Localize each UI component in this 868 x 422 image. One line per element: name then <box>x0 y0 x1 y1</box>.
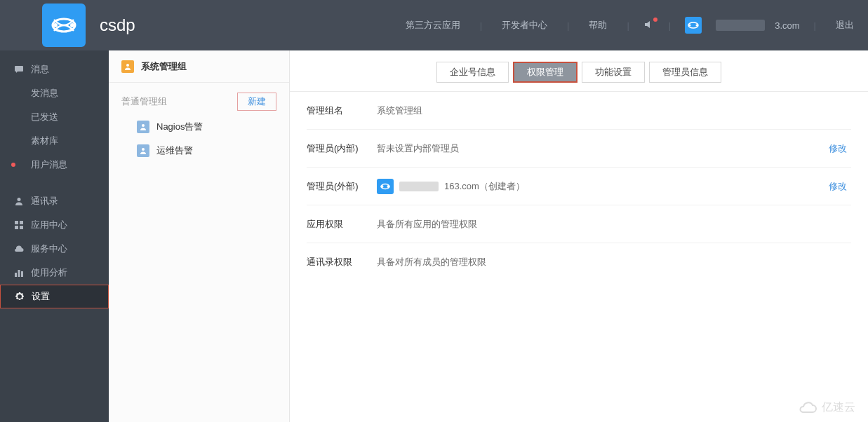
row-group-name: 管理组名 系统管理组 <box>307 92 851 130</box>
nav-dev-center[interactable]: 开发者中心 <box>496 19 553 32</box>
svg-point-2 <box>70 23 74 27</box>
sidebar-item-analytics[interactable]: 使用分析 <box>0 261 109 285</box>
sidebar-item-media[interactable]: 素材库 <box>0 129 109 153</box>
field-label: 管理组名 <box>307 104 377 117</box>
normal-group-label: 普通管理组 <box>121 95 167 108</box>
new-group-button[interactable]: 新建 <box>237 93 276 111</box>
row-admin-external: 管理员(外部) 163.com（创建者） 修改 <box>307 168 851 205</box>
main-panel: 企业号信息 权限管理 功能设置 管理员信息 管理组名 系统管理组 管理员(内部)… <box>290 50 868 422</box>
svg-rect-6 <box>15 66 23 72</box>
sidebar-label: 通讯录 <box>31 195 58 207</box>
svg-point-20 <box>387 185 389 187</box>
volume-icon[interactable] <box>643 19 655 32</box>
sidebar-label: 消息 <box>31 63 49 76</box>
watermark: 亿速云 <box>798 400 855 415</box>
external-admin-avatar <box>377 179 394 194</box>
app-header: csdp 第三方云应用 | 开发者中心 | 帮助 | | 3.com | 退出 <box>0 0 868 50</box>
sidebar-item-contacts[interactable]: 通讯录 <box>0 189 109 213</box>
sidebar: 消息 发消息 已发送 素材库 用户消息 通讯录 应用中心 服务中心 使用分析 设… <box>0 50 109 422</box>
svg-point-1 <box>53 23 58 27</box>
modify-link[interactable]: 修改 <box>829 180 851 193</box>
group-item-ops[interactable]: 运维告警 <box>109 139 289 163</box>
user-avatar[interactable] <box>685 17 702 34</box>
row-app-permission: 应用权限 具备所有应用的管理权限 <box>307 205 851 243</box>
group-column: 系统管理组 普通管理组 新建 Nagios告警 运维告警 <box>109 50 290 422</box>
group-item-label: 运维告警 <box>156 144 193 157</box>
svg-point-5 <box>696 25 698 27</box>
field-label: 通讯录权限 <box>307 256 377 268</box>
row-admin-internal: 管理员(内部) 暂未设置内部管理员 修改 <box>307 130 851 168</box>
grid-icon <box>14 220 24 230</box>
svg-rect-9 <box>20 221 23 224</box>
svg-rect-12 <box>15 273 17 277</box>
app-logo <box>42 4 86 47</box>
sidebar-item-sent[interactable]: 已发送 <box>0 105 109 129</box>
field-value: 系统管理组 <box>377 104 851 117</box>
svg-rect-8 <box>15 221 18 224</box>
tab-feature-settings[interactable]: 功能设置 <box>582 62 645 83</box>
group-icon <box>137 121 149 133</box>
person-icon <box>14 196 24 206</box>
tab-admin-info[interactable]: 管理员信息 <box>649 62 721 83</box>
svg-rect-14 <box>21 271 23 277</box>
sidebar-item-service-center[interactable]: 服务中心 <box>0 237 109 261</box>
svg-point-19 <box>381 185 383 187</box>
sidebar-label: 设置 <box>32 290 50 303</box>
field-value: 具备所有应用的管理权限 <box>377 218 851 231</box>
sidebar-label: 素材库 <box>31 135 58 147</box>
svg-point-16 <box>142 124 145 127</box>
user-email-suffix: 3.com <box>775 20 799 31</box>
group-icon <box>137 144 149 157</box>
sidebar-label: 发消息 <box>31 87 58 100</box>
sidebar-label: 用户消息 <box>31 158 67 171</box>
cloud-icon <box>14 244 24 254</box>
svg-point-15 <box>126 64 129 67</box>
sidebar-label: 已发送 <box>31 111 58 123</box>
row-contact-permission: 通讯录权限 具备对所有成员的管理权限 <box>307 243 851 281</box>
external-admin-suffix: 163.com（创建者） <box>444 180 525 193</box>
field-value: 暂未设置内部管理员 <box>377 142 829 155</box>
sidebar-label: 应用中心 <box>31 219 67 231</box>
app-title: csdp <box>100 15 135 35</box>
sidebar-item-send[interactable]: 发消息 <box>0 81 109 105</box>
field-label: 管理员(外部) <box>307 180 377 193</box>
nav-third-party[interactable]: 第三方云应用 <box>400 19 466 32</box>
svg-point-7 <box>18 198 21 201</box>
svg-point-17 <box>142 148 145 151</box>
nav-help[interactable]: 帮助 <box>583 19 613 32</box>
normal-group-section: 普通管理组 新建 <box>109 83 289 115</box>
field-value: 163.com（创建者） <box>377 179 829 194</box>
sidebar-item-user-messages[interactable]: 用户消息 <box>0 153 109 177</box>
tab-permission-mgmt[interactable]: 权限管理 <box>513 62 577 83</box>
watermark-text: 亿速云 <box>822 400 855 415</box>
svg-point-4 <box>689 25 691 27</box>
chat-icon <box>14 64 24 74</box>
svg-rect-10 <box>15 226 18 229</box>
notification-dot <box>653 18 657 22</box>
svg-rect-11 <box>20 226 23 229</box>
external-admin-masked <box>399 182 439 191</box>
sidebar-item-settings[interactable]: 设置 <box>0 285 109 308</box>
system-group-title: 系统管理组 <box>141 60 187 73</box>
group-icon <box>121 60 134 73</box>
sidebar-item-app-center[interactable]: 应用中心 <box>0 213 109 237</box>
group-item-nagios[interactable]: Nagios告警 <box>109 115 289 139</box>
sidebar-label: 使用分析 <box>31 266 67 279</box>
field-label: 应用权限 <box>307 218 377 231</box>
header-nav: 第三方云应用 | 开发者中心 | 帮助 | | 3.com | 退出 <box>400 0 868 50</box>
gear-icon <box>15 292 25 301</box>
field-value: 具备对所有成员的管理权限 <box>377 256 851 268</box>
group-item-label: Nagios告警 <box>156 121 203 133</box>
sidebar-label: 服务中心 <box>31 243 67 255</box>
tab-bar: 企业号信息 权限管理 功能设置 管理员信息 <box>290 50 868 92</box>
system-group-header[interactable]: 系统管理组 <box>109 50 289 83</box>
user-email-masked <box>716 20 765 31</box>
logout-link[interactable]: 退出 <box>830 19 860 32</box>
detail-panel: 管理组名 系统管理组 管理员(内部) 暂未设置内部管理员 修改 管理员(外部) … <box>290 92 868 281</box>
svg-rect-13 <box>18 270 20 277</box>
sidebar-item-messages[interactable]: 消息 <box>0 57 109 81</box>
field-label: 管理员(内部) <box>307 142 377 155</box>
bars-icon <box>14 268 24 278</box>
modify-link[interactable]: 修改 <box>829 142 851 155</box>
tab-enterprise-info[interactable]: 企业号信息 <box>436 62 509 83</box>
